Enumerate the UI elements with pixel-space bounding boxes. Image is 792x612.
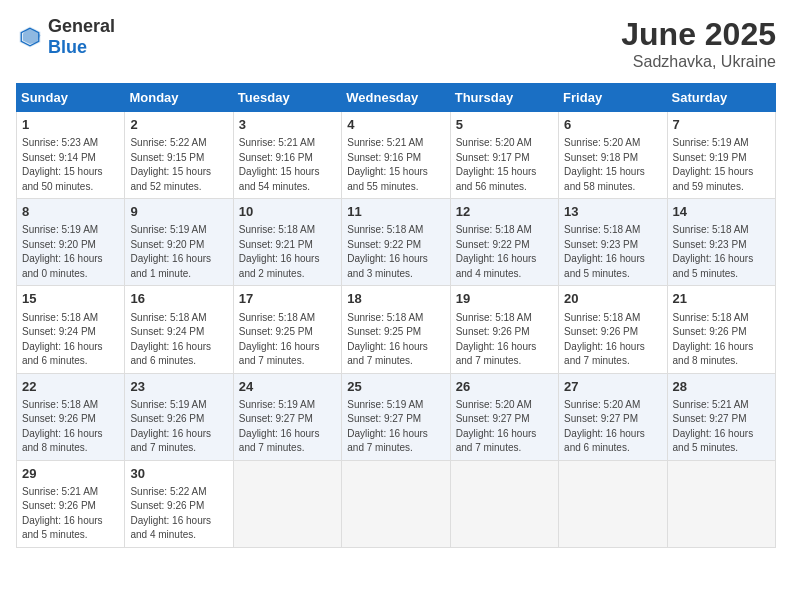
day-number: 16: [130, 290, 227, 308]
col-tuesday: Tuesday: [233, 84, 341, 112]
calendar-cell: 19Sunrise: 5:18 AMSunset: 9:26 PMDayligh…: [450, 286, 558, 373]
col-wednesday: Wednesday: [342, 84, 450, 112]
day-number: 13: [564, 203, 661, 221]
calendar-cell: 13Sunrise: 5:18 AMSunset: 9:23 PMDayligh…: [559, 199, 667, 286]
day-number: 3: [239, 116, 336, 134]
logo: General Blue: [16, 16, 115, 58]
calendar-cell: 14Sunrise: 5:18 AMSunset: 9:23 PMDayligh…: [667, 199, 775, 286]
calendar-cell: 6Sunrise: 5:20 AMSunset: 9:18 PMDaylight…: [559, 112, 667, 199]
day-number: 12: [456, 203, 553, 221]
day-number: 27: [564, 378, 661, 396]
day-info: Sunrise: 5:18 AMSunset: 9:26 PMDaylight:…: [456, 311, 553, 369]
title-area: June 2025 Sadzhavka, Ukraine: [621, 16, 776, 71]
day-info: Sunrise: 5:18 AMSunset: 9:23 PMDaylight:…: [673, 223, 770, 281]
calendar-cell: 3Sunrise: 5:21 AMSunset: 9:16 PMDaylight…: [233, 112, 341, 199]
calendar-cell: 22Sunrise: 5:18 AMSunset: 9:26 PMDayligh…: [17, 373, 125, 460]
calendar-row-3: 15Sunrise: 5:18 AMSunset: 9:24 PMDayligh…: [17, 286, 776, 373]
calendar-cell: 15Sunrise: 5:18 AMSunset: 9:24 PMDayligh…: [17, 286, 125, 373]
calendar-cell: 28Sunrise: 5:21 AMSunset: 9:27 PMDayligh…: [667, 373, 775, 460]
page-header: General Blue June 2025 Sadzhavka, Ukrain…: [16, 16, 776, 71]
calendar-cell: [450, 460, 558, 547]
calendar-cell: [667, 460, 775, 547]
col-friday: Friday: [559, 84, 667, 112]
day-info: Sunrise: 5:22 AMSunset: 9:15 PMDaylight:…: [130, 136, 227, 194]
day-info: Sunrise: 5:22 AMSunset: 9:26 PMDaylight:…: [130, 485, 227, 543]
day-number: 6: [564, 116, 661, 134]
calendar-cell: 20Sunrise: 5:18 AMSunset: 9:26 PMDayligh…: [559, 286, 667, 373]
calendar-cell: 23Sunrise: 5:19 AMSunset: 9:26 PMDayligh…: [125, 373, 233, 460]
logo-blue-text: Blue: [48, 37, 87, 57]
day-info: Sunrise: 5:18 AMSunset: 9:24 PMDaylight:…: [22, 311, 119, 369]
day-info: Sunrise: 5:19 AMSunset: 9:26 PMDaylight:…: [130, 398, 227, 456]
calendar-cell: 25Sunrise: 5:19 AMSunset: 9:27 PMDayligh…: [342, 373, 450, 460]
day-info: Sunrise: 5:21 AMSunset: 9:16 PMDaylight:…: [239, 136, 336, 194]
calendar-cell: 2Sunrise: 5:22 AMSunset: 9:15 PMDaylight…: [125, 112, 233, 199]
day-info: Sunrise: 5:19 AMSunset: 9:20 PMDaylight:…: [130, 223, 227, 281]
header-row: Sunday Monday Tuesday Wednesday Thursday…: [17, 84, 776, 112]
day-info: Sunrise: 5:18 AMSunset: 9:24 PMDaylight:…: [130, 311, 227, 369]
day-number: 9: [130, 203, 227, 221]
calendar-row-1: 1Sunrise: 5:23 AMSunset: 9:14 PMDaylight…: [17, 112, 776, 199]
day-number: 15: [22, 290, 119, 308]
calendar-cell: 30Sunrise: 5:22 AMSunset: 9:26 PMDayligh…: [125, 460, 233, 547]
day-info: Sunrise: 5:21 AMSunset: 9:16 PMDaylight:…: [347, 136, 444, 194]
day-info: Sunrise: 5:21 AMSunset: 9:27 PMDaylight:…: [673, 398, 770, 456]
day-number: 29: [22, 465, 119, 483]
day-number: 18: [347, 290, 444, 308]
day-info: Sunrise: 5:19 AMSunset: 9:27 PMDaylight:…: [239, 398, 336, 456]
calendar-cell: 9Sunrise: 5:19 AMSunset: 9:20 PMDaylight…: [125, 199, 233, 286]
day-number: 28: [673, 378, 770, 396]
calendar-subtitle: Sadzhavka, Ukraine: [621, 53, 776, 71]
day-number: 24: [239, 378, 336, 396]
calendar-cell: [233, 460, 341, 547]
day-info: Sunrise: 5:18 AMSunset: 9:25 PMDaylight:…: [347, 311, 444, 369]
calendar-row-2: 8Sunrise: 5:19 AMSunset: 9:20 PMDaylight…: [17, 199, 776, 286]
day-info: Sunrise: 5:18 AMSunset: 9:26 PMDaylight:…: [673, 311, 770, 369]
logo-icon: [16, 23, 44, 51]
day-number: 7: [673, 116, 770, 134]
col-thursday: Thursday: [450, 84, 558, 112]
day-info: Sunrise: 5:18 AMSunset: 9:21 PMDaylight:…: [239, 223, 336, 281]
day-info: Sunrise: 5:20 AMSunset: 9:27 PMDaylight:…: [564, 398, 661, 456]
logo-general-text: General: [48, 16, 115, 36]
day-number: 4: [347, 116, 444, 134]
calendar-cell: 29Sunrise: 5:21 AMSunset: 9:26 PMDayligh…: [17, 460, 125, 547]
col-sunday: Sunday: [17, 84, 125, 112]
day-info: Sunrise: 5:18 AMSunset: 9:26 PMDaylight:…: [564, 311, 661, 369]
calendar-cell: 10Sunrise: 5:18 AMSunset: 9:21 PMDayligh…: [233, 199, 341, 286]
day-number: 5: [456, 116, 553, 134]
day-number: 26: [456, 378, 553, 396]
day-info: Sunrise: 5:19 AMSunset: 9:20 PMDaylight:…: [22, 223, 119, 281]
day-info: Sunrise: 5:23 AMSunset: 9:14 PMDaylight:…: [22, 136, 119, 194]
day-info: Sunrise: 5:18 AMSunset: 9:23 PMDaylight:…: [564, 223, 661, 281]
day-number: 17: [239, 290, 336, 308]
day-info: Sunrise: 5:20 AMSunset: 9:18 PMDaylight:…: [564, 136, 661, 194]
calendar-cell: 24Sunrise: 5:19 AMSunset: 9:27 PMDayligh…: [233, 373, 341, 460]
day-info: Sunrise: 5:18 AMSunset: 9:25 PMDaylight:…: [239, 311, 336, 369]
calendar-table: Sunday Monday Tuesday Wednesday Thursday…: [16, 83, 776, 548]
day-number: 30: [130, 465, 227, 483]
day-number: 1: [22, 116, 119, 134]
calendar-cell: 26Sunrise: 5:20 AMSunset: 9:27 PMDayligh…: [450, 373, 558, 460]
day-number: 22: [22, 378, 119, 396]
calendar-cell: 4Sunrise: 5:21 AMSunset: 9:16 PMDaylight…: [342, 112, 450, 199]
calendar-cell: 12Sunrise: 5:18 AMSunset: 9:22 PMDayligh…: [450, 199, 558, 286]
calendar-cell: 21Sunrise: 5:18 AMSunset: 9:26 PMDayligh…: [667, 286, 775, 373]
calendar-cell: 11Sunrise: 5:18 AMSunset: 9:22 PMDayligh…: [342, 199, 450, 286]
calendar-row-5: 29Sunrise: 5:21 AMSunset: 9:26 PMDayligh…: [17, 460, 776, 547]
calendar-cell: 5Sunrise: 5:20 AMSunset: 9:17 PMDaylight…: [450, 112, 558, 199]
calendar-cell: 17Sunrise: 5:18 AMSunset: 9:25 PMDayligh…: [233, 286, 341, 373]
calendar-cell: 18Sunrise: 5:18 AMSunset: 9:25 PMDayligh…: [342, 286, 450, 373]
col-saturday: Saturday: [667, 84, 775, 112]
day-number: 14: [673, 203, 770, 221]
day-number: 8: [22, 203, 119, 221]
day-number: 20: [564, 290, 661, 308]
day-info: Sunrise: 5:18 AMSunset: 9:22 PMDaylight:…: [456, 223, 553, 281]
day-number: 23: [130, 378, 227, 396]
day-info: Sunrise: 5:20 AMSunset: 9:17 PMDaylight:…: [456, 136, 553, 194]
day-number: 2: [130, 116, 227, 134]
day-number: 25: [347, 378, 444, 396]
day-info: Sunrise: 5:19 AMSunset: 9:27 PMDaylight:…: [347, 398, 444, 456]
day-info: Sunrise: 5:18 AMSunset: 9:22 PMDaylight:…: [347, 223, 444, 281]
day-number: 11: [347, 203, 444, 221]
